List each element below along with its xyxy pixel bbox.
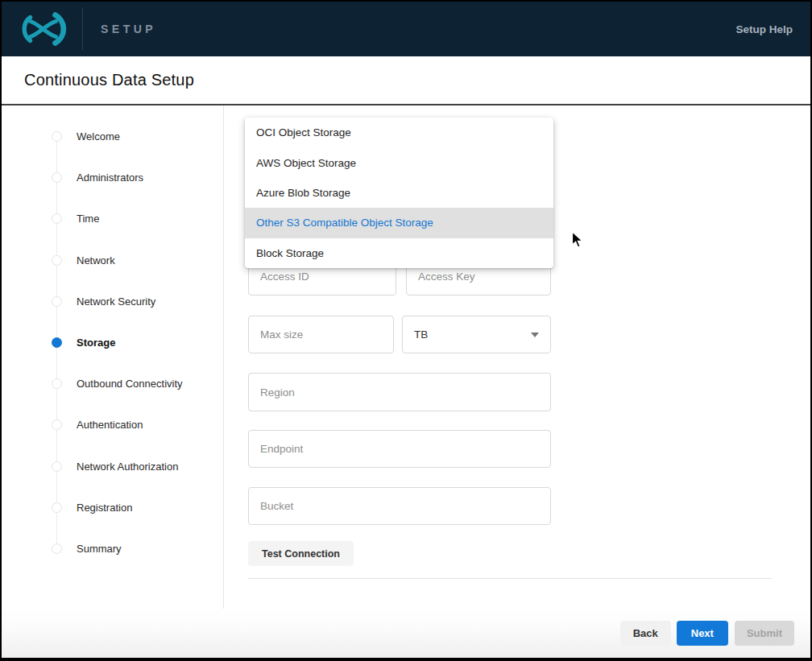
max-size-input[interactable] [248,316,394,353]
dropdown-option-other-s3[interactable]: Other S3 Compatible Object Storage [245,208,553,238]
submit-button[interactable]: Submit [735,621,794,646]
wizard-stepper-sidebar: Welcome Administrators Time Network Netw… [2,105,224,609]
stepper-item-time[interactable]: Time [52,198,223,239]
mouse-cursor-icon [571,231,583,249]
stepper-item-outbound-connectivity[interactable]: Outbound Connectivity [52,363,223,404]
stepper-item-registration[interactable]: Registration [52,487,223,528]
stepper-item-administrators[interactable]: Administrators [52,157,223,198]
form-bottom-divider [248,578,772,579]
dropdown-option-azure[interactable]: Azure Blob Storage [245,178,553,208]
brand-setup-label: SETUP [101,23,156,35]
stepper-item-summary[interactable]: Summary [52,528,223,569]
step-label: Summary [77,543,122,555]
back-button[interactable]: Back [620,621,671,646]
step-label: Storage [77,337,115,349]
region-input[interactable] [248,373,551,411]
step-circle-icon [52,255,62,266]
stepper-item-network-security[interactable]: Network Security [52,281,223,322]
step-label: Administrators [77,171,143,184]
step-label: Network Security [77,295,155,308]
step-circle-icon [52,461,62,472]
stepper-item-authentication[interactable]: Authentication [52,404,223,445]
delphix-logo-icon [19,10,69,48]
setup-help-link[interactable]: Setup Help [735,23,793,35]
bucket-input[interactable] [248,487,551,525]
wizard-footer: Back Next Submit [2,609,810,658]
navbar-divider [82,8,83,50]
title-bar: Continuous Data Setup [2,56,810,105]
step-label: Welcome [77,130,120,143]
main-area: Welcome Administrators Time Network Netw… [2,105,810,609]
stepper-item-network[interactable]: Network [52,240,223,281]
dropdown-option-block[interactable]: Block Storage [245,238,553,268]
dropdown-option-oci[interactable]: OCI Object Storage [245,118,553,147]
step-circle-icon [52,543,62,554]
step-circle-icon [52,296,62,307]
step-circle-icon [52,419,62,430]
step-label: Outbound Connectivity [77,378,183,390]
storage-form-panel: TB Test Connection OCI Object Storage AW… [224,105,810,609]
step-circle-icon [52,378,62,389]
step-label: Time [77,213,99,225]
chevron-down-icon [531,333,539,337]
page-title: Continuous Data Setup [24,71,194,89]
step-circle-icon [52,502,62,513]
step-label: Network [77,254,115,266]
step-label: Authentication [77,419,143,431]
top-navbar: SETUP Setup Help [2,2,810,56]
step-label: Network Authorization [77,461,178,473]
dropdown-option-aws[interactable]: AWS Object Storage [245,147,553,177]
size-unit-value: TB [414,328,531,341]
step-circle-active-icon [52,337,62,348]
stepper-item-network-authorization[interactable]: Network Authorization [52,446,223,487]
step-label: Registration [77,502,132,514]
next-button[interactable]: Next [677,621,728,646]
step-circle-icon [52,213,62,224]
size-unit-select[interactable]: TB [402,316,551,353]
storage-type-dropdown-menu: OCI Object Storage AWS Object Storage Az… [245,118,553,268]
endpoint-input[interactable] [248,430,551,468]
step-circle-icon [52,131,62,142]
test-connection-button[interactable]: Test Connection [248,541,354,566]
step-circle-icon [52,172,62,183]
stepper-item-welcome[interactable]: Welcome [52,116,223,157]
stepper-item-storage[interactable]: Storage [52,322,223,363]
